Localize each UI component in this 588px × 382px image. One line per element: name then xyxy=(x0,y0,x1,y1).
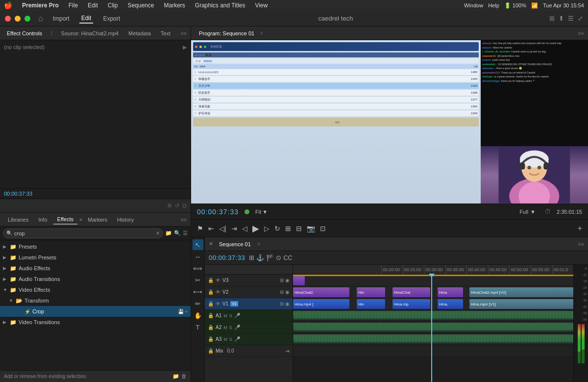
settings-icon[interactable]: ⊡ xyxy=(182,203,187,209)
crop-add-icon[interactable]: + xyxy=(185,309,188,314)
clip-v2-1[interactable]: HinaChat2. xyxy=(293,287,349,297)
slip-tool[interactable]: ⟷ xyxy=(193,286,203,297)
clip-v1-4[interactable]: Hina. xyxy=(438,299,463,309)
export-icon[interactable]: ⬆ xyxy=(559,15,564,22)
compare-btn[interactable]: ⊡ xyxy=(320,225,326,232)
solo-a1[interactable]: S xyxy=(229,313,232,318)
eye-v3[interactable]: ◉ xyxy=(285,278,290,283)
insert-btn[interactable]: ⊞ xyxy=(285,225,291,232)
hand-tool[interactable]: ✋ xyxy=(193,310,203,321)
tab-markers[interactable]: Markers xyxy=(84,215,111,224)
clip-a1[interactable] xyxy=(293,311,573,320)
mic-a3[interactable]: 🎤 xyxy=(234,336,240,342)
tab-more-monitor[interactable]: >> xyxy=(578,30,584,36)
clip-v2-4[interactable]: Hina xyxy=(438,287,463,297)
next-frame-btn[interactable]: ▷ xyxy=(264,225,270,232)
menu-window[interactable]: Window xyxy=(464,2,483,8)
edit-btn[interactable]: Edit xyxy=(79,14,94,24)
tab-more-timeline[interactable]: >> xyxy=(578,241,584,247)
menu-help[interactable]: Help xyxy=(488,2,499,8)
minimize-btn[interactable] xyxy=(15,16,21,22)
ec-expand-arrow[interactable]: ▶ xyxy=(183,44,187,51)
delete-icon[interactable]: 🗑 xyxy=(181,373,187,380)
full-dropdown[interactable]: Full ▼ xyxy=(519,209,536,215)
razor-tool[interactable]: ✂ xyxy=(193,275,203,285)
pen-tool[interactable]: ✏ xyxy=(193,298,203,309)
tab-libraries[interactable]: Libraries xyxy=(4,215,32,224)
panel-icon[interactable]: ⊞ xyxy=(549,15,555,22)
new-bin-icon[interactable]: 📁 xyxy=(165,230,172,236)
clip-v1-2[interactable]: Hin xyxy=(357,299,385,309)
tab-program[interactable]: Program: Sequence 01 xyxy=(195,29,258,38)
clip-v1-5[interactable]: Hina.mp4 [V1] xyxy=(469,299,573,309)
tree-transform[interactable]: ▼ 📂 Transform xyxy=(0,295,191,306)
maximize-btn[interactable] xyxy=(24,16,30,22)
clip-v2-5[interactable]: HinaChat2.mp4 [V2] xyxy=(469,287,573,297)
mic-a1[interactable]: 🎤 xyxy=(234,313,240,318)
eye-v1[interactable]: ◉ xyxy=(285,301,290,306)
sequence-menu-icon[interactable]: ≡ xyxy=(258,241,261,247)
tree-audio-effects[interactable]: ▶ 📁 Audio Effects xyxy=(0,263,191,274)
visibility-v1[interactable]: 👁 xyxy=(216,301,220,306)
find-icon[interactable]: 🔍 xyxy=(174,230,181,236)
menu-clip[interactable]: Clip xyxy=(106,2,120,9)
snap-icon[interactable]: ⊞ xyxy=(249,254,254,261)
menu-graphics[interactable]: Graphics and Titles xyxy=(193,2,247,9)
tab-effect-controls[interactable]: Effect Controls xyxy=(4,29,45,38)
menu-markers[interactable]: Markers xyxy=(162,2,187,9)
clip-a2[interactable] xyxy=(293,323,573,331)
mute-a3[interactable]: M xyxy=(223,337,227,342)
filter-icon[interactable]: ⚙ xyxy=(167,203,172,209)
add-marker-btn[interactable]: ⚑ xyxy=(197,225,203,232)
visibility-v3[interactable]: 👁 xyxy=(216,278,220,283)
solo-a2[interactable]: S xyxy=(229,325,232,330)
tree-presets[interactable]: ▶ 📁 Presets xyxy=(0,241,191,252)
fit-dropdown[interactable]: Fit ▼ xyxy=(255,209,268,215)
captions-icon[interactable]: CC xyxy=(283,254,293,261)
tree-video-transitions[interactable]: ▶ 📁 Video Transitions xyxy=(0,317,191,328)
play-btn[interactable]: ▶ xyxy=(252,223,259,234)
mic-a2[interactable]: 🎤 xyxy=(234,325,240,330)
tab-text[interactable]: Text xyxy=(158,29,173,38)
tree-crop[interactable]: ⚡ Crop 💾 + xyxy=(0,306,191,317)
clip-v2-3[interactable]: HinaChat xyxy=(392,287,430,297)
go-to-out-btn[interactable]: ⇥ xyxy=(231,225,237,232)
crop-save-icon[interactable]: 💾 xyxy=(178,309,184,314)
home-icon[interactable]: ⌂ xyxy=(38,14,43,23)
search-box[interactable]: 🔍 ✕ xyxy=(3,229,163,238)
expand-icon[interactable]: ⤢ xyxy=(578,15,583,22)
tree-audio-transitions[interactable]: ▶ 📁 Audio Transitions xyxy=(0,274,191,284)
ripple-edit-tool[interactable]: ↔ xyxy=(193,251,203,262)
clip-a3[interactable] xyxy=(293,334,573,343)
rate-stretch-tool[interactable]: ⟺ xyxy=(193,263,203,274)
search-clear-btn[interactable]: ✕ xyxy=(156,230,160,236)
tab-sequence01[interactable]: Sequence 01 xyxy=(215,240,255,249)
lock-a2[interactable]: 🔒 xyxy=(208,325,214,330)
text-tool[interactable]: T xyxy=(193,322,203,332)
mute-a1[interactable]: M xyxy=(223,313,227,318)
export-btn[interactable]: Export xyxy=(101,14,122,23)
tab-effects[interactable]: Effects xyxy=(53,215,77,225)
menu-view[interactable]: View xyxy=(253,2,270,9)
tab-metadata[interactable]: Metadata xyxy=(125,29,154,38)
timeline-close-btn[interactable]: ✕ xyxy=(209,241,213,247)
close-btn[interactable] xyxy=(5,16,11,22)
tab-more-ec[interactable]: >> xyxy=(180,30,187,36)
sync-icon[interactable]: ⊙ xyxy=(276,254,281,261)
clip-v3-1[interactable] xyxy=(293,276,305,285)
visibility-v2[interactable]: 👁 xyxy=(216,289,220,295)
menu-file[interactable]: File xyxy=(67,2,80,9)
clip-v1-1[interactable]: Hina.mp4 [ xyxy=(293,299,349,309)
prev-frame-btn[interactable]: ◁ xyxy=(242,225,247,232)
sync-v1[interactable]: ⊞ xyxy=(280,301,284,306)
solo-a3[interactable]: S xyxy=(229,337,232,342)
sync-v2[interactable]: ⊞ xyxy=(280,289,284,295)
reset-icon[interactable]: ↺ xyxy=(175,203,179,209)
go-to-in-btn[interactable]: ⇤ xyxy=(208,225,214,232)
apple-menu[interactable]: 🍎 xyxy=(4,1,12,9)
mute-a2[interactable]: M xyxy=(223,325,227,330)
tab-history[interactable]: History xyxy=(113,215,138,224)
clip-v1-3[interactable]: Hina.mp xyxy=(392,299,430,309)
menu-edit[interactable]: Edit xyxy=(86,2,100,9)
tab-info[interactable]: Info xyxy=(34,215,51,224)
